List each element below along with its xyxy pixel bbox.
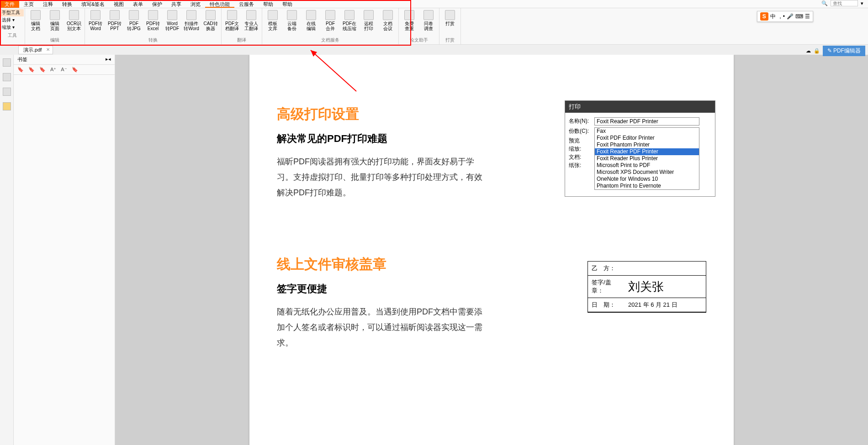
tool-scan2word[interactable]: 扫描件 转Word [184, 10, 199, 31]
ribbon-group-tip: 打赏 打赏 [439, 8, 461, 44]
survey-icon [423, 10, 434, 20]
tool-pdf2jpg[interactable]: PDF 转JPG [126, 10, 142, 31]
tab-close-icon[interactable]: ✕ [46, 47, 50, 52]
bookmark-panel: 书签 ▸◂ 🔖 🔖 🔖 A⁺ A⁻ 🔖 [14, 55, 115, 445]
ribbon-group-convert: PDF转 Word PDF转 PPT PDF 转JPG PDF转 Excel W… [85, 8, 222, 44]
ime-lang[interactable]: 中 [770, 13, 776, 21]
printer-opt-selected: Foxit Reader PDF Printer [595, 148, 699, 155]
group-edit-label: 编辑 [28, 37, 82, 43]
menu-form[interactable]: 表单 [128, 0, 148, 8]
ribbon-group-edit: 编辑 文档 编辑 页面 OCR识 别文本 编辑 [25, 8, 85, 44]
menu-file[interactable]: 文件 [0, 0, 19, 8]
pdf2ppt-icon [110, 10, 120, 20]
menu-caret-icon[interactable]: ▾ [861, 0, 863, 6]
tool-edit-page[interactable]: 编辑 页面 [47, 10, 63, 31]
pdf-editor-button[interactable]: ✎ PDF编辑器 [823, 46, 865, 56]
tool-cad[interactable]: CAD转 换器 [203, 10, 218, 31]
tool-online-edit[interactable]: 在线 编辑 [303, 10, 319, 31]
ribbon-tools-group: 手型工具 选择 ▾ 缩放 ▾ 工具 [0, 8, 25, 44]
cad-icon [206, 10, 216, 20]
top-right-bar: ☁ 🔒 ✎ PDF编辑器 [806, 46, 865, 56]
merge-icon [325, 10, 335, 20]
bm-icon4[interactable]: A⁺ [50, 67, 56, 73]
tool-ocr[interactable]: OCR识 别文本 [66, 10, 82, 31]
menu-cloud[interactable]: 云服务 [234, 0, 259, 8]
bm-icon5[interactable]: A⁻ [61, 67, 67, 73]
print-copies-label: 份数(C): [569, 127, 594, 135]
tool-pdf2ppt[interactable]: PDF转 PPT [107, 10, 122, 31]
select-tool[interactable]: 选择 ▾ [1, 16, 24, 24]
tool-plagiarism[interactable]: 免费 查重 [402, 10, 417, 31]
printer-opt: Foxit Phantom Printer [595, 141, 699, 148]
print-dialog-title: 打印 [565, 101, 715, 113]
menu-convert[interactable]: 转换 [58, 0, 77, 8]
tool-pdf2word[interactable]: PDF转 Word [88, 10, 103, 31]
tool-doc-translate[interactable]: PDF文 档翻译 [224, 10, 240, 31]
tool-cloud-backup[interactable]: 云端 备份 [284, 10, 300, 31]
menu-fill[interactable]: 填写&签名 [77, 0, 109, 8]
pdf2jpg-icon [129, 10, 139, 20]
tool-pdf2excel[interactable]: PDF转 Excel [145, 10, 161, 31]
tool-template[interactable]: 模板 文库 [265, 10, 281, 31]
menu-bar: 文件 主页 注释 转换 填写&签名 视图 表单 保护 共享 浏览 特色功能 云服… [0, 0, 868, 8]
menu-view[interactable]: 视图 [109, 0, 128, 8]
ribbon-group-docservice: 模板 文库 云端 备份 在线 编辑 PDF 合并 PDF在 线压缩 远程 打印 … [262, 8, 399, 44]
document-tab[interactable]: 演示.pdf ✕ [18, 46, 53, 54]
group-translate-label: 翻译 [224, 37, 259, 43]
bm-icon2[interactable]: 🔖 [28, 67, 35, 73]
print-zoom-label: 缩放: [569, 145, 581, 153]
tool-tip[interactable]: 打赏 [442, 10, 458, 26]
strip-bookmark-icon[interactable] [3, 58, 11, 67]
panel-collapse-icon[interactable]: ▸◂ [106, 56, 111, 63]
tool-remote-print[interactable]: 远程 打印 [361, 10, 376, 31]
bm-icon6[interactable]: 🔖 [72, 67, 78, 73]
menu-feature[interactable]: 特色功能 [205, 0, 234, 8]
tool-edit-doc[interactable]: 编辑 文档 [28, 10, 43, 31]
ime-punct-icon[interactable]: ，• [778, 13, 785, 21]
strip-page-icon[interactable] [3, 73, 11, 81]
lock-icon[interactable]: 🔒 [814, 48, 820, 54]
tool-survey[interactable]: 问卷 调查 [421, 10, 436, 31]
menu-share[interactable]: 共享 [167, 0, 186, 8]
bm-icon1[interactable]: 🔖 [17, 67, 24, 73]
bm-icon3[interactable]: 🔖 [39, 67, 46, 73]
tool-pdf-compress[interactable]: PDF在 线压缩 [342, 10, 357, 31]
group-docservice-label: 文档服务 [265, 37, 396, 43]
menu-protect[interactable]: 保护 [148, 0, 167, 8]
menu-comment[interactable]: 注释 [38, 0, 58, 8]
sign-party: 乙 方： [588, 262, 706, 276]
pdf-page: 高级打印设置 解决常见的PDF打印难题 福昕PDF阅读器拥有强大的打印功能，界面… [249, 55, 734, 445]
bookmark-title: 书签 [17, 56, 27, 63]
ime-toolbar[interactable]: S 中 ，• 🎤 ⌨ ☰ [757, 11, 813, 22]
printer-listbox: Fax Foxit PDF Editor Printer Foxit Phant… [594, 127, 699, 190]
ime-menu-icon[interactable]: ☰ [805, 13, 810, 20]
template-icon [268, 10, 278, 20]
zoom-tool[interactable]: 缩放 ▾ [1, 24, 24, 31]
scan2word-icon [186, 10, 196, 20]
tool-doc-meeting[interactable]: 文档 会议 [380, 10, 396, 31]
strip-clipboard-icon[interactable] [3, 88, 11, 96]
group-thesis-label: 论文助手 [402, 37, 436, 43]
document-tab-bar: 演示.pdf ✕ [0, 45, 868, 55]
cloud-sync-icon[interactable]: ☁ [806, 48, 811, 54]
hand-tool[interactable]: 手型工具 [1, 9, 24, 16]
ime-mic-icon[interactable]: 🎤 [787, 13, 794, 20]
document-canvas[interactable]: 高级打印设置 解决常见的PDF打印难题 福昕PDF阅读器拥有强大的打印功能，界面… [115, 55, 868, 445]
tool-human-translate[interactable]: 专业人 工翻译 [243, 10, 259, 31]
print-doc-label: 文档: [569, 153, 581, 161]
ocr-icon [69, 10, 79, 20]
tool-word2pdf[interactable]: Word 转PDF [164, 10, 180, 31]
print-paper-label: 纸张: [569, 161, 581, 169]
menu-help[interactable]: 帮助 [259, 0, 278, 8]
printer-opt: Microsoft Print to PDF [595, 162, 699, 169]
menu-home[interactable]: 主页 [19, 0, 38, 8]
sign-stamp-label: 签字/盖章： [588, 276, 625, 298]
ime-keyboard-icon[interactable]: ⌨ [795, 13, 803, 20]
menu-help2[interactable]: 帮助 [278, 0, 297, 8]
search-input[interactable] [831, 0, 858, 6]
strip-note-icon[interactable] [3, 102, 11, 110]
menu-browse[interactable]: 浏览 [186, 0, 205, 8]
printer-opt: Foxit Reader Plus Printer [595, 155, 699, 162]
tool-pdf-merge[interactable]: PDF 合并 [323, 10, 338, 31]
plagiarism-icon [404, 10, 414, 20]
